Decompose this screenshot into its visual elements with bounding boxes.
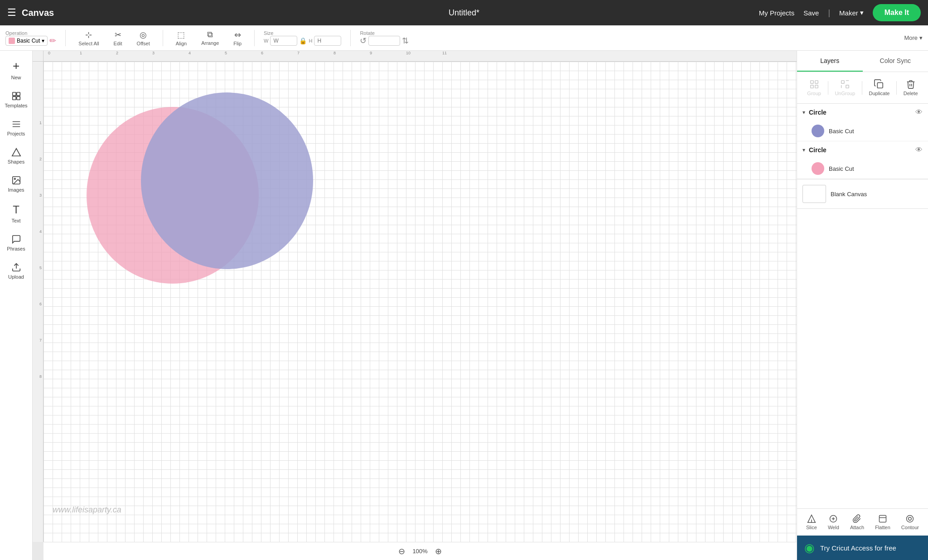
machine-selector[interactable]: Maker ▾ xyxy=(839,9,864,17)
slice-label: Slice xyxy=(806,525,817,530)
svg-rect-0 xyxy=(12,92,15,96)
canvas-wrapper[interactable]: 0 1 2 3 4 5 6 7 8 9 10 11 1 2 3 4 5 6 7 … xyxy=(33,51,797,560)
delete-button[interactable]: Delete xyxy=(899,77,923,99)
sidebar-item-text[interactable]: T Text xyxy=(2,199,31,228)
sidebar-phrases-label: Phrases xyxy=(7,246,25,251)
ruler-v-1: 1 xyxy=(39,121,43,125)
width-label: W xyxy=(264,38,268,43)
ruler-corner xyxy=(33,51,44,62)
ruler-h-5: 5 xyxy=(225,51,227,56)
layer-item-basiccut2[interactable]: Basic Cut xyxy=(797,159,928,179)
canvas-scroll[interactable]: www.lifeisaparty.ca xyxy=(44,62,797,542)
eye-icon-circle1[interactable]: 👁 xyxy=(915,108,923,116)
rotate-input[interactable] xyxy=(368,36,400,46)
zoom-level: 100% xyxy=(412,548,427,555)
operation-dropdown[interactable]: Basic Cut ▾ xyxy=(5,36,48,46)
duplicate-button[interactable]: Duplicate xyxy=(864,77,894,99)
pt-sep-3 xyxy=(896,81,897,95)
rotate-group: Rotate ↺ ⇅ xyxy=(360,30,409,46)
nav-divider: | xyxy=(828,8,830,18)
tab-layers[interactable]: Layers xyxy=(797,51,863,72)
svg-point-23 xyxy=(907,516,914,522)
left-sidebar: + New Templates Projects Shapes Images T… xyxy=(0,51,33,560)
ruler-v-5: 5 xyxy=(39,266,43,270)
zoom-in-button[interactable]: ⊕ xyxy=(432,545,445,558)
sidebar-item-images[interactable]: Images xyxy=(2,171,31,197)
watermark: www.lifeisaparty.ca xyxy=(53,505,121,515)
flip-icon: ⇔ xyxy=(234,30,241,40)
contour-icon xyxy=(905,514,914,523)
attach-button[interactable]: Attach xyxy=(846,512,868,532)
layer-group-circle2: ▾ Circle 👁 Basic Cut xyxy=(797,141,928,179)
svg-rect-21 xyxy=(879,516,886,522)
chevron-down-icon: ▾ xyxy=(860,9,864,17)
ruler-v-2: 2 xyxy=(39,157,43,161)
hamburger-menu[interactable]: ☰ xyxy=(7,7,16,19)
chevron-down-icon: ▾ xyxy=(802,109,805,116)
contour-button[interactable]: Contour xyxy=(898,512,923,532)
flip-button[interactable]: ⇔ Flip xyxy=(230,28,245,48)
tab-color-sync[interactable]: Color Sync xyxy=(863,51,928,72)
sidebar-item-new[interactable]: + New xyxy=(2,54,31,85)
my-projects-link[interactable]: My Projects xyxy=(759,9,794,17)
operation-group: Operation Basic Cut ▾ ✏ xyxy=(5,30,56,46)
images-icon xyxy=(11,175,21,185)
sidebar-item-templates[interactable]: Templates xyxy=(2,87,31,113)
svg-rect-16 xyxy=(878,82,883,88)
more-button[interactable]: More ▾ xyxy=(904,34,923,41)
sidebar-projects-label: Projects xyxy=(7,131,25,136)
height-input[interactable] xyxy=(314,36,341,46)
svg-rect-2 xyxy=(12,97,15,100)
ungroup-button[interactable]: UnGroup xyxy=(830,77,860,99)
ruler-vertical: 1 2 3 4 5 6 7 8 xyxy=(33,62,44,542)
edit-label: Edit xyxy=(114,41,122,46)
offset-label: Offset xyxy=(137,41,150,46)
sidebar-item-projects[interactable]: Projects xyxy=(2,115,31,141)
rotate-arrows-icon: ⇅ xyxy=(402,36,409,46)
save-button[interactable]: Save xyxy=(803,9,819,17)
delete-icon xyxy=(906,79,916,89)
circle-blue[interactable] xyxy=(141,92,313,269)
operation-color-swatch xyxy=(9,38,15,44)
ruler-h-1: 1 xyxy=(80,51,82,56)
select-all-button[interactable]: ⊹ Select All xyxy=(75,28,102,48)
layer-header-circle2[interactable]: ▾ Circle 👁 xyxy=(797,141,928,159)
chevron-down-icon: ▾ xyxy=(802,147,805,153)
svg-rect-12 xyxy=(841,81,844,83)
group-button[interactable]: Group xyxy=(802,77,826,99)
flatten-button[interactable]: Flatten xyxy=(871,512,894,532)
align-button[interactable]: ⬚ Align xyxy=(172,28,190,48)
make-it-button[interactable]: Make It xyxy=(873,4,921,21)
layer-item-basiccut1[interactable]: Basic Cut xyxy=(797,121,928,141)
offset-icon: ◎ xyxy=(140,30,147,40)
pt-sep-2 xyxy=(862,81,862,95)
sidebar-item-shapes[interactable]: Shapes xyxy=(2,143,31,169)
edit-button[interactable]: ✂ Edit xyxy=(110,28,126,48)
layer-circle1-name: Circle xyxy=(809,109,912,116)
weld-button[interactable]: Weld xyxy=(824,512,843,532)
sidebar-new-label: New xyxy=(11,75,21,80)
sidebar-item-upload[interactable]: Upload xyxy=(2,258,31,284)
layer-header-circle1[interactable]: ▾ Circle 👁 xyxy=(797,104,928,121)
cricut-access-banner[interactable]: ◉ Try Cricut Access for free xyxy=(797,536,928,560)
zoom-out-button[interactable]: ⊖ xyxy=(395,545,408,558)
canvas-grid[interactable]: www.lifeisaparty.ca xyxy=(44,62,797,542)
text-T-icon: T xyxy=(13,203,19,216)
rotate-icon: ↺ xyxy=(360,36,367,46)
arrange-button[interactable]: ⧉ Arrange xyxy=(198,28,222,48)
operation-select[interactable]: Basic Cut ▾ ✏ xyxy=(5,36,56,46)
contour-label: Contour xyxy=(901,525,919,530)
rotate-label: Rotate xyxy=(360,30,374,36)
flatten-label: Flatten xyxy=(875,525,890,530)
sidebar-item-phrases[interactable]: Phrases xyxy=(2,230,31,256)
slice-button[interactable]: Slice xyxy=(802,512,821,532)
svg-rect-11 xyxy=(810,85,813,88)
more-label: More xyxy=(904,34,918,41)
shapes-icon xyxy=(11,147,21,157)
lock-icon[interactable]: 🔒 xyxy=(299,37,307,44)
eye-icon-circle2[interactable]: 👁 xyxy=(915,146,923,154)
edit-pen-icon[interactable]: ✏ xyxy=(49,36,56,46)
offset-button[interactable]: ◎ Offset xyxy=(133,28,154,48)
right-panel: Layers Color Sync Group UnGroup Duplicat… xyxy=(797,51,928,560)
width-input[interactable] xyxy=(270,36,297,46)
